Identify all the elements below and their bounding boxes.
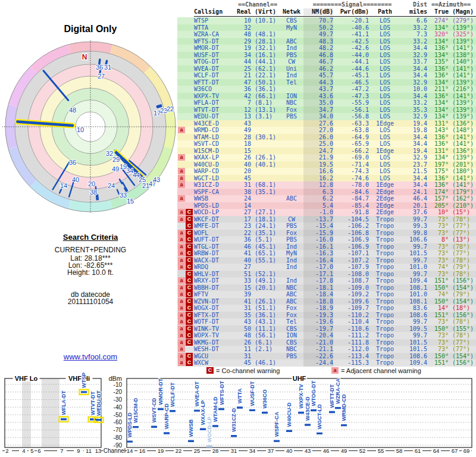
cell-netwk: Fox [280,305,303,312]
cell-pwr: -108.7 [333,277,369,284]
cell-real: 31 [236,353,251,360]
cell-real: 15 [236,148,251,155]
cell-path: Tropo [369,264,401,271]
cell-az-true: 73° [427,346,449,353]
cell-real: 43 [236,120,251,127]
cell-az-true: 150° [427,325,449,333]
cell-miles: 32.9 [401,113,427,120]
cell-real: 21 [236,72,251,79]
cell-pwr: -106.9 [333,243,369,251]
cell-az-magn: (180°) [449,168,475,175]
cell-netwk: Ind [280,257,303,264]
adjacent-channel-warning-icon: a [178,305,185,311]
adjacent-channel-warning-icon: a [178,291,185,298]
column-header: miles [401,8,427,15]
cell-miles: 24.1 [401,189,427,196]
table-row: CWHLV-DT51(52.1)-17.1-108.0Tropo99.773°(… [177,271,476,278]
cell-az-true: 274° [427,17,449,24]
cell-real: 49 [236,127,251,134]
cell-path: 1Edge [369,120,401,127]
channel-tick-label: 6 [37,447,40,454]
cell-virt: (8.1) [251,99,280,107]
co-channel-warning-icon: C [186,332,193,339]
co-channel-warning-icon: C [186,325,193,332]
cell-az-true: 136° [427,140,449,148]
channel-tick-label: 69 [464,447,470,454]
cell-callsign: WHLV-DT [194,271,236,278]
cell-az-magn: (77°) [449,250,475,257]
cell-nm: 21.9 [303,154,333,161]
cell-az-magn: (78°) [449,216,475,223]
cell-path: Tropo [369,284,401,292]
cell-virt [251,175,280,182]
co-channel-warning-icon: C [186,243,193,250]
co-channel-warning-icon: C [186,216,193,223]
co-channel-warning-icon: C [186,284,193,291]
cell-nm: -16.3 [303,250,333,257]
cell-virt: (44.1) [251,58,280,65]
channel-label: 27 [98,73,105,80]
cell-callsign: WKMG-DT [194,339,236,346]
cell-nm: -18.4 [303,291,333,298]
column-header: (Virt) [251,8,280,15]
cell-virt: (50.1) [251,79,280,86]
cell-az-true: 211° [427,86,449,93]
cell-az-true: 151° [427,359,449,367]
cell-pwr: -63.3 [333,120,369,127]
cell-pwr: -44.1 [333,58,369,65]
co-channel-warning-icon: C [186,264,193,270]
cell-az-true: 134° [427,113,449,120]
cell-nm: 6.2 [303,195,333,202]
cell-real: 45 [236,359,251,367]
co-channel-warning-icon: C [186,250,193,256]
cell-az-true: 136° [427,93,449,100]
cell-real: 42 [236,93,251,100]
cell-pwr: -78.0 [333,181,369,189]
cell-az-magn: (15°) [449,209,475,216]
cell-miles: 35.3 [401,107,427,114]
station-signal-tick [231,435,237,437]
cell-az-true: 197° [427,161,449,168]
adjacent-channel-warning-icon: a [178,312,185,318]
cell-path: LOS [369,72,401,79]
table-row: aCWACX-DT40(55.1)Ind-16.4-107.2Tropo99.7… [177,257,476,264]
cell-miles: 109.5 [401,325,427,333]
db-datecode-value: 201111101054 [0,298,181,306]
station-signal-tick [237,406,243,408]
cell-path: LOS [369,17,401,24]
adjacent-channel-warning-icon: a [178,236,185,243]
cell-virt: (66.1) [251,93,280,100]
cell-netwk: Ind [280,45,303,52]
table-row: WCLF-DT21(22.1)Ind45.7-45.1LOS34.4136°(1… [177,72,476,79]
cell-netwk [280,271,303,278]
cell-pwr: -74.3 [333,168,369,175]
cell-az-true: 136° [427,65,449,73]
dbm-tick-label: -10 [114,381,123,388]
cell-netwk: Ind [280,243,303,251]
cell-az-true: 134° [427,24,449,32]
adjacent-channel-warning-icon: a [178,181,185,188]
cell-callsign: WARP-CD [194,168,236,175]
cell-netwk: Fox [280,107,303,114]
cell-netwk: MyN [280,250,303,257]
co-channel-warning-icon: C [186,359,193,366]
cell-az-true: 150° [427,284,449,292]
cell-callsign: WFTV [194,291,236,298]
cell-miles: 34.4 [401,65,427,73]
cell-path: Tropo [369,230,401,237]
cell-pwr: -107.9 [333,264,369,271]
cell-miles: 32.9 [401,79,427,86]
cell-nm: 34.7 [303,107,333,114]
tvfool-link[interactable]: www.tvfool.com [0,352,181,361]
cell-miles: 99.7 [401,318,427,325]
band-title: VHF Lo [15,375,38,382]
cell-real: 41 [236,250,251,257]
cell-miles: 108.6 [401,312,427,319]
cell-az-magn: (216°) [449,86,475,93]
table-row: WFTS-DT29(28.1)ABC48.3-42.5LOS33.2134°(1… [177,38,476,45]
cell-nm: 45.7 [303,72,333,79]
channel-label: 40 [72,176,79,183]
unused-band [22,379,31,447]
cell-az-true: 73° [427,250,449,257]
cell-pwr: -42.6 [333,45,369,52]
